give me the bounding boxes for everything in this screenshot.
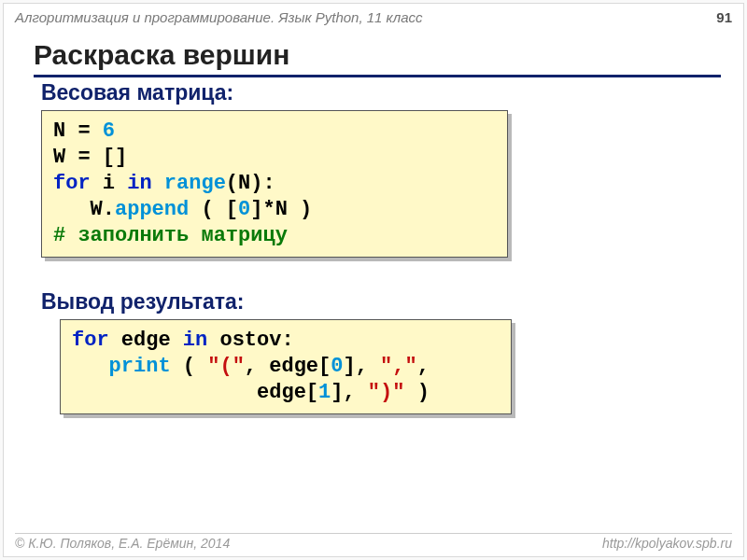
course-title: Алгоритмизация и программирование. Язык … — [15, 9, 423, 25]
page-title: Раскраска вершин — [34, 39, 721, 77]
footer-url: http://kpolyakov.spb.ru — [602, 536, 732, 551]
section-label-1: Весовая матрица: — [41, 80, 233, 105]
footer-copyright: © К.Ю. Поляков, Е.А. Ерёмин, 2014 — [15, 536, 230, 551]
code-block-2: for edge in ostov: print ( "(", edge[0],… — [60, 319, 512, 414]
slide-page: Алгоритмизация и программирование. Язык … — [3, 3, 744, 557]
section-label-2: Вывод результата: — [41, 289, 245, 315]
code-block-1: N = 6 W = [] for i in range(N): W.append… — [41, 110, 508, 258]
footer: © К.Ю. Поляков, Е.А. Ерёмин, 2014 http:/… — [15, 533, 732, 551]
page-number: 91 — [716, 9, 732, 25]
header: Алгоритмизация и программирование. Язык … — [15, 9, 732, 25]
